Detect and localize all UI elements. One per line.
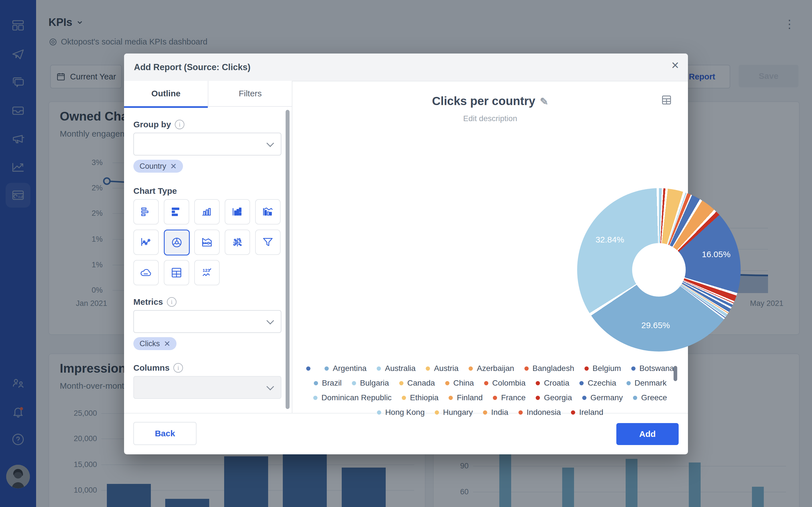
legend-item[interactable]: Denmark	[626, 377, 667, 389]
edit-pencil-icon[interactable]: ✎	[540, 96, 548, 107]
edit-description[interactable]: Edit description	[292, 114, 688, 123]
legend-dot	[579, 381, 583, 385]
legend-item[interactable]: China	[445, 377, 474, 389]
number-summary-icon: 123	[200, 266, 214, 279]
legend-item[interactable]: Hungary	[435, 406, 473, 418]
chevron-down-icon	[266, 139, 274, 147]
tab-filters[interactable]: Filters	[208, 81, 292, 107]
group-by-label: Group byi	[133, 120, 185, 129]
legend-item[interactable]: Argentina	[324, 362, 366, 374]
legend-label: Ethiopia	[410, 393, 439, 402]
chart-type-bar-horizontal[interactable]	[133, 199, 159, 224]
group-by-select[interactable]	[133, 133, 282, 156]
chart-type-word-cloud[interactable]	[133, 260, 159, 285]
legend-label: Greece	[641, 393, 667, 402]
donut-chart[interactable]: 32.84%16.05%29.65%	[577, 188, 741, 351]
remove-chip-icon[interactable]: ✕	[170, 162, 177, 171]
legend-item[interactable]	[306, 362, 314, 374]
columns-select[interactable]	[133, 376, 282, 399]
legend-item[interactable]: Ireland	[571, 406, 603, 418]
chart-type-column-stacked[interactable]	[225, 199, 250, 224]
legend-label: Austria	[434, 364, 458, 373]
chevron-down-icon	[266, 317, 274, 325]
group-by-chip[interactable]: Country✕	[133, 160, 183, 173]
metrics-chip[interactable]: Clicks✕	[133, 337, 176, 350]
legend-item[interactable]: India	[483, 406, 508, 418]
chart-type-column-line[interactable]	[255, 199, 281, 224]
legend-scrollbar[interactable]	[673, 366, 677, 381]
legend-label: Dominican Republic	[321, 393, 392, 402]
chart-type-table[interactable]	[164, 260, 189, 285]
legend-label: Colombia	[492, 379, 525, 388]
legend-item[interactable]: Botswana	[631, 362, 674, 374]
svg-text:123: 123	[203, 268, 210, 273]
legend-label: India	[491, 408, 508, 417]
close-icon[interactable]: ×	[671, 59, 679, 71]
legend-item[interactable]: Hong Kong	[377, 406, 424, 418]
chart-type-funnel[interactable]	[255, 230, 281, 255]
column-stacked-icon	[231, 205, 244, 219]
scatter-icon	[231, 235, 244, 249]
legend-item[interactable]: France	[493, 392, 525, 404]
legend-item[interactable]: Greece	[633, 392, 667, 404]
legend-label: Indonesia	[527, 408, 561, 417]
chart-type-donut[interactable]	[164, 230, 190, 256]
metrics-select[interactable]	[133, 310, 282, 333]
legend-item[interactable]: Austria	[426, 362, 458, 374]
slice-label: 32.84%	[596, 235, 624, 244]
legend-dot	[402, 396, 406, 400]
legend-item[interactable]: Ethiopia	[402, 392, 439, 404]
tab-outline[interactable]: Outline	[124, 81, 208, 108]
legend-dot	[377, 367, 381, 371]
table-icon	[170, 266, 183, 279]
legend-dot	[435, 410, 439, 414]
legend-dot	[469, 367, 473, 371]
modal-header: Add Report (Source: Clicks) ×	[124, 54, 688, 81]
legend-item[interactable]: Indonesia	[518, 406, 561, 418]
panel-scrollbar[interactable]	[286, 110, 290, 409]
legend-item[interactable]: Germany	[582, 392, 623, 404]
legend-item[interactable]: Czechia	[579, 377, 616, 389]
line-icon	[139, 235, 153, 249]
legend-item[interactable]: Georgia	[536, 392, 572, 404]
chart-type-number-summary[interactable]: 123	[194, 260, 220, 285]
legend-item[interactable]: Dominican Republic	[313, 392, 392, 404]
legend-item[interactable]: Bulgaria	[352, 377, 389, 389]
info-icon[interactable]: i	[173, 363, 183, 373]
chart-type-column[interactable]	[194, 199, 220, 224]
chart-type-bar-horizontal-stacked[interactable]	[164, 199, 189, 224]
add-button[interactable]: Add	[616, 423, 679, 445]
legend-dot	[426, 367, 430, 371]
legend-dot	[582, 396, 587, 400]
legend-item[interactable]: Croatia	[536, 377, 569, 389]
legend-item[interactable]: Belgium	[585, 362, 621, 374]
metrics-label: Metricsi	[133, 297, 176, 307]
legend-dot	[377, 410, 381, 414]
remove-chip-icon[interactable]: ✕	[164, 339, 170, 348]
screen: KPIs Oktopost's social media KPIs dashbo…	[0, 0, 812, 507]
legend-label: Azerbaijan	[477, 364, 514, 373]
info-icon[interactable]: i	[167, 297, 176, 307]
legend-label: China	[453, 379, 474, 388]
legend-item[interactable]: Canada	[399, 377, 435, 389]
legend-dot	[352, 381, 356, 385]
chart-type-area[interactable]	[194, 230, 220, 255]
chart-type-line[interactable]	[133, 230, 159, 255]
bar-horizontal-icon	[139, 205, 153, 219]
legend-label: Botswana	[640, 364, 674, 373]
legend-label: Canada	[407, 379, 435, 388]
legend-dot	[631, 367, 636, 371]
legend-item[interactable]: Finland	[449, 392, 483, 404]
funnel-icon	[261, 235, 274, 249]
legend-item[interactable]: Colombia	[484, 377, 525, 389]
legend-dot	[324, 367, 329, 371]
legend-item[interactable]: Australia	[377, 362, 416, 374]
table-view-icon[interactable]	[661, 94, 672, 107]
back-button[interactable]: Back	[133, 422, 197, 445]
chart-type-scatter[interactable]	[225, 230, 250, 255]
legend-dot	[536, 381, 540, 385]
info-icon[interactable]: i	[175, 120, 185, 129]
legend-item[interactable]: Azerbaijan	[469, 362, 514, 374]
legend-item[interactable]: Brazil	[314, 377, 342, 389]
legend-item[interactable]: Bangladesh	[524, 362, 574, 374]
